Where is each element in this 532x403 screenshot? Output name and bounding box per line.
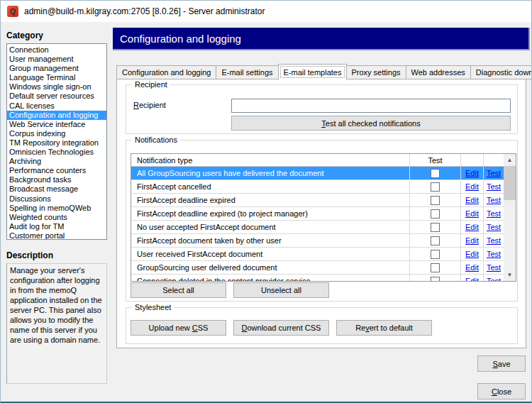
sidebar-item[interactable]: Corpus indexing bbox=[7, 129, 106, 138]
sidebar-item[interactable]: Archiving bbox=[7, 157, 106, 166]
table-row[interactable]: GroupSourcing user delivered document Ed… bbox=[131, 261, 504, 275]
column-header-edit[interactable] bbox=[461, 154, 484, 166]
sidebar-item[interactable]: Connection bbox=[7, 45, 106, 55]
test-link[interactable]: Test bbox=[487, 182, 501, 191]
test-cell: Test bbox=[484, 221, 504, 233]
table-row[interactable]: FirstAccept deadline expired Edit Test bbox=[131, 194, 504, 207]
test-checkbox[interactable] bbox=[431, 169, 440, 178]
unselect-all-button[interactable]: Unselect all bbox=[233, 282, 329, 298]
scrollbar-thumb[interactable] bbox=[504, 166, 516, 200]
sidebar-item[interactable]: Background tasks bbox=[7, 175, 106, 184]
test-checkbox[interactable] bbox=[431, 209, 440, 219]
test-link[interactable]: Test bbox=[487, 277, 501, 282]
sidebar-item[interactable]: Group management bbox=[7, 64, 106, 73]
tab[interactable]: E-mail templates bbox=[278, 64, 348, 80]
test-cell: Test bbox=[484, 234, 504, 247]
sidebar-item[interactable]: Customer portal bbox=[7, 231, 106, 240]
notification-type-cell: All GroupSourcing users have delivered t… bbox=[131, 167, 410, 180]
sidebar-item[interactable]: Discussions bbox=[7, 194, 106, 204]
test-checkbox[interactable] bbox=[431, 250, 440, 259]
edit-link[interactable]: Edit bbox=[465, 236, 479, 245]
upload-new-css-button[interactable]: Upload new CSS bbox=[131, 320, 226, 336]
column-header-test-link[interactable] bbox=[484, 154, 504, 166]
test-checkbox[interactable] bbox=[431, 277, 440, 282]
recipient-field-label: Recipient bbox=[133, 101, 166, 109]
table-row[interactable]: All GroupSourcing users have delivered t… bbox=[131, 167, 504, 180]
test-checkbox-cell bbox=[410, 248, 461, 260]
sidebar-item[interactable]: Omniscien Technologies bbox=[7, 148, 106, 157]
table-row[interactable]: User received FirstAccept document Edit … bbox=[131, 248, 504, 261]
notification-type-cell: FirstAccept deadline expired bbox=[131, 194, 410, 206]
table-row[interactable]: FirstAccept deadline expired (to project… bbox=[131, 207, 504, 221]
test-cell: Test bbox=[484, 207, 504, 220]
scroll-up-icon[interactable]: ▲ bbox=[504, 154, 516, 166]
table-row[interactable]: No user accepted FirstAccept document Ed… bbox=[131, 221, 504, 234]
sidebar-item[interactable]: Default server resources bbox=[7, 92, 106, 101]
test-link[interactable]: Test bbox=[487, 223, 501, 231]
sidebar-item[interactable]: Weighted counts bbox=[7, 213, 106, 222]
test-checkbox[interactable] bbox=[431, 223, 440, 232]
notification-type-cell: No user accepted FirstAccept document bbox=[131, 221, 410, 233]
test-all-checked-notifications-button[interactable]: Test all checked notifications bbox=[231, 116, 511, 131]
table-row[interactable]: FirstAccept document taken by other user… bbox=[131, 234, 504, 248]
notification-type-cell: User received FirstAccept document bbox=[131, 248, 410, 260]
sidebar-item[interactable]: Language Terminal bbox=[7, 73, 106, 82]
test-checkbox[interactable] bbox=[431, 182, 440, 192]
edit-link[interactable]: Edit bbox=[465, 223, 479, 231]
notification-type-cell: Connection deleted in the content provid… bbox=[131, 275, 410, 282]
sidebar-item[interactable]: TM Repository integration bbox=[7, 138, 106, 148]
column-header-notification-type[interactable]: Notification type bbox=[131, 154, 410, 166]
sidebar-item[interactable]: User management bbox=[7, 55, 106, 64]
tab[interactable]: Configuration and logging bbox=[116, 65, 216, 79]
notification-type-cell: FirstAccept deadline expired (to project… bbox=[131, 207, 410, 220]
sidebar-item[interactable]: Broadcast message bbox=[7, 184, 106, 194]
test-checkbox-cell bbox=[410, 207, 461, 220]
test-link[interactable]: Test bbox=[487, 236, 501, 245]
column-header-test[interactable]: Test bbox=[410, 154, 461, 166]
test-checkbox[interactable] bbox=[431, 196, 440, 205]
edit-link[interactable]: Edit bbox=[465, 277, 479, 282]
test-link[interactable]: Test bbox=[487, 250, 501, 258]
table-scrollbar[interactable]: ▲ ▼ bbox=[504, 154, 516, 281]
edit-cell: Edit bbox=[461, 234, 484, 247]
test-checkbox[interactable] bbox=[431, 236, 440, 245]
test-checkbox-cell bbox=[410, 180, 461, 193]
recipient-input[interactable] bbox=[231, 99, 511, 113]
edit-link[interactable]: Edit bbox=[465, 209, 479, 218]
test-link[interactable]: Test bbox=[487, 196, 501, 204]
test-link[interactable]: Test bbox=[487, 169, 501, 177]
edit-link[interactable]: Edit bbox=[465, 196, 479, 204]
sidebar-item[interactable]: Configuration and logging bbox=[7, 111, 106, 120]
category-listbox[interactable]: ConnectionUser managementGroup managemen… bbox=[6, 43, 107, 240]
select-all-button[interactable]: Select all bbox=[131, 282, 226, 298]
sidebar-item[interactable]: Performance counters bbox=[7, 166, 106, 175]
table-row[interactable]: Connection deleted in the content provid… bbox=[131, 275, 504, 282]
test-link[interactable]: Test bbox=[487, 263, 501, 272]
table-row[interactable]: FirstAccept cancelled Edit Test bbox=[131, 180, 504, 194]
test-checkbox[interactable] bbox=[431, 263, 440, 272]
close-button[interactable]: Close bbox=[477, 383, 526, 399]
category-label: Category bbox=[6, 31, 43, 40]
tab[interactable]: Proxy settings bbox=[346, 65, 406, 79]
edit-link[interactable]: Edit bbox=[465, 250, 479, 258]
download-current-css-button[interactable]: Download current CSS bbox=[233, 320, 329, 336]
edit-link[interactable]: Edit bbox=[465, 169, 479, 177]
sidebar-item[interactable]: Windows single sign-on bbox=[7, 82, 106, 92]
sidebar-item[interactable]: Audit log for TM bbox=[7, 222, 106, 231]
tab[interactable]: E-mail settings bbox=[216, 65, 278, 79]
test-link[interactable]: Test bbox=[487, 209, 501, 218]
sidebar-item[interactable]: Web Service interface bbox=[7, 120, 106, 129]
sidebar-item[interactable]: Spelling in memoQWeb bbox=[7, 204, 106, 213]
edit-link[interactable]: Edit bbox=[465, 263, 479, 272]
tab[interactable]: Diagnostic downloads bbox=[471, 65, 532, 79]
memoq-app-icon: Q bbox=[7, 6, 18, 17]
recipient-group-title: Recipient bbox=[132, 80, 170, 89]
notification-type-cell: FirstAccept document taken by other user bbox=[131, 234, 410, 247]
edit-link[interactable]: Edit bbox=[465, 182, 479, 191]
sidebar-item[interactable]: CAL licenses bbox=[7, 101, 106, 111]
save-button[interactable]: Save bbox=[477, 355, 526, 372]
scroll-down-icon[interactable]: ▼ bbox=[504, 269, 516, 281]
tab[interactable]: Web addresses bbox=[406, 65, 471, 79]
revert-to-default-button[interactable]: Revert to default bbox=[336, 320, 432, 336]
edit-cell: Edit bbox=[461, 207, 484, 220]
